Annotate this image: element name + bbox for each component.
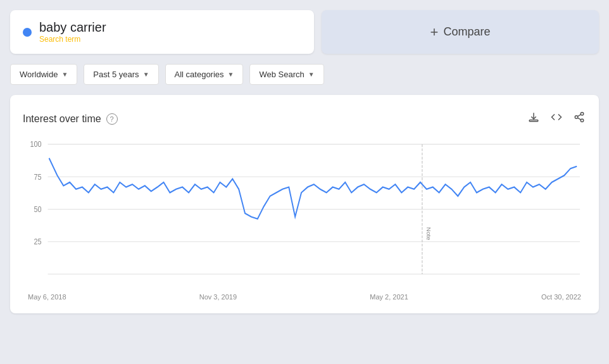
search-term: baby carrier xyxy=(39,20,106,35)
search-sub-label: Search term xyxy=(39,35,106,44)
compare-plus: + xyxy=(430,24,439,41)
svg-text:50: 50 xyxy=(34,205,42,213)
compare-card[interactable]: + Compare xyxy=(322,10,599,54)
help-icon[interactable]: ? xyxy=(106,113,118,125)
category-filter-label: All categories xyxy=(175,70,224,79)
share-button[interactable] xyxy=(572,110,586,127)
x-label-3: May 2, 2021 xyxy=(370,293,408,301)
search-type-chevron-icon: ▼ xyxy=(308,71,315,78)
time-filter-label: Past 5 years xyxy=(93,70,139,79)
x-label-2: Nov 3, 2019 xyxy=(199,293,237,301)
compare-label: Compare xyxy=(443,25,490,39)
category-filter[interactable]: All categories ▼ xyxy=(165,64,244,85)
category-chevron-icon: ▼ xyxy=(228,71,234,78)
geo-chevron-icon: ▼ xyxy=(61,71,68,78)
x-label-4: Oct 30, 2022 xyxy=(541,293,581,301)
search-dot xyxy=(23,28,32,37)
search-type-filter[interactable]: Web Search ▼ xyxy=(249,64,323,85)
svg-text:75: 75 xyxy=(34,173,42,181)
svg-text:Note: Note xyxy=(425,227,431,241)
svg-point-2 xyxy=(575,116,578,119)
top-row: baby carrier Search term + Compare xyxy=(10,10,599,54)
svg-line-5 xyxy=(577,115,581,116)
chart-card: Interest over time ? xyxy=(10,95,599,313)
geo-filter[interactable]: Worldwide ▼ xyxy=(10,64,77,85)
embed-button[interactable] xyxy=(549,110,563,127)
x-labels: May 6, 2018 Nov 3, 2019 May 2, 2021 Oct … xyxy=(23,293,586,301)
svg-text:25: 25 xyxy=(34,238,42,246)
time-chevron-icon: ▼ xyxy=(143,71,149,78)
svg-line-4 xyxy=(577,118,581,120)
chart-area: 100 75 50 25 Note xyxy=(23,137,586,289)
time-filter[interactable]: Past 5 years ▼ xyxy=(84,64,158,85)
chart-title: Interest over time xyxy=(23,113,101,125)
svg-point-3 xyxy=(581,119,584,122)
svg-text:100: 100 xyxy=(30,141,42,149)
filter-row: Worldwide ▼ Past 5 years ▼ All categorie… xyxy=(10,61,599,87)
search-card: baby carrier Search term xyxy=(10,10,314,54)
interest-chart: 100 75 50 25 Note xyxy=(23,137,586,289)
search-type-label: Web Search xyxy=(259,70,304,79)
svg-point-1 xyxy=(581,113,584,116)
geo-filter-label: Worldwide xyxy=(20,70,58,79)
download-button[interactable] xyxy=(527,110,541,127)
svg-rect-0 xyxy=(529,120,538,122)
x-label-1: May 6, 2018 xyxy=(28,293,66,301)
